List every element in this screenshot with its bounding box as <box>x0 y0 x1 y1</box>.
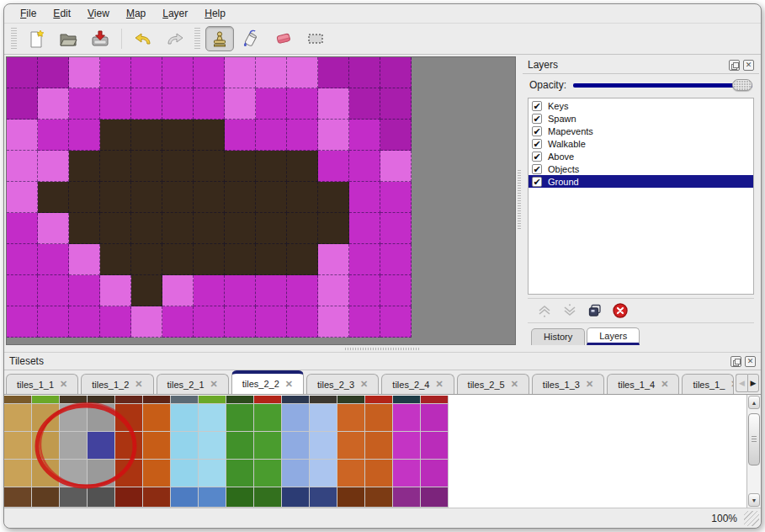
tileset-tile[interactable] <box>199 460 226 487</box>
map-tile[interactable] <box>100 182 131 213</box>
tileset-tile[interactable] <box>282 460 309 487</box>
map-tile[interactable] <box>131 213 162 244</box>
tileset-tile[interactable] <box>254 460 281 487</box>
tileset-tab-tiles_2_2[interactable]: tiles_2_2✕ <box>231 370 304 394</box>
tileset-tile[interactable] <box>421 460 448 487</box>
menu-file[interactable]: File <box>13 6 44 22</box>
map-tile[interactable] <box>287 57 318 88</box>
map-tile[interactable] <box>380 151 412 182</box>
toolbar-drag-handle[interactable] <box>194 28 200 50</box>
tileset-tile[interactable] <box>254 396 281 403</box>
tileset-tile[interactable] <box>365 460 392 487</box>
map-tile[interactable] <box>162 120 194 151</box>
tileset-tile[interactable] <box>337 396 364 403</box>
map-tile[interactable] <box>69 57 100 88</box>
tileset-tab-tiles_1_[interactable]: tiles_1_✕ <box>682 374 734 394</box>
map-tile[interactable] <box>380 57 412 88</box>
resize-grip[interactable] <box>744 511 759 526</box>
map-tile[interactable] <box>100 244 131 275</box>
map-tile[interactable] <box>318 275 349 306</box>
layer-row-spawn[interactable]: ✔Spawn <box>529 112 753 125</box>
map-tile[interactable] <box>349 306 380 338</box>
menu-help[interactable]: Help <box>197 6 233 22</box>
layer-row-above[interactable]: ✔Above <box>529 150 753 162</box>
map-tile[interactable] <box>162 244 194 275</box>
map-tile[interactable] <box>194 88 225 120</box>
layer-visibility-checkbox[interactable]: ✔ <box>532 126 542 136</box>
tab-close-icon[interactable]: ✕ <box>730 379 734 390</box>
map-tile[interactable] <box>69 151 100 182</box>
tileset-tile[interactable] <box>143 432 170 459</box>
tileset-tile[interactable] <box>199 396 226 403</box>
tileset-tile[interactable] <box>310 432 337 459</box>
tileset-tab-tiles_2_4[interactable]: tiles_2_4✕ <box>381 374 454 394</box>
map-tile[interactable] <box>100 151 131 182</box>
scrollbar-track[interactable] <box>747 410 761 492</box>
map-tile[interactable] <box>380 275 412 306</box>
map-tile[interactable] <box>287 244 318 275</box>
tileset-tile[interactable] <box>143 404 170 431</box>
map-tile[interactable] <box>287 151 318 182</box>
map-tile[interactable] <box>162 275 194 306</box>
map-tile[interactable] <box>69 88 100 120</box>
map-tile[interactable] <box>38 244 69 275</box>
tileset-tile[interactable] <box>171 460 198 487</box>
tileset-tile[interactable] <box>421 404 448 431</box>
tileset-tile[interactable] <box>4 396 31 403</box>
tileset-tab-tiles_1_2[interactable]: tiles_1_2✕ <box>81 374 153 394</box>
tileset-tile[interactable] <box>421 396 448 403</box>
opacity-slider[interactable] <box>573 78 752 92</box>
map-tile[interactable] <box>287 213 318 244</box>
map-tile[interactable] <box>318 151 349 182</box>
tab-close-icon[interactable]: ✕ <box>285 379 293 390</box>
tileset-tab-tiles_1_1[interactable]: tiles_1_1✕ <box>6 374 78 394</box>
tileset-tile[interactable] <box>226 487 253 507</box>
map-tile[interactable] <box>380 88 412 120</box>
map-tile[interactable] <box>225 151 256 182</box>
scroll-up-button[interactable]: ▲ <box>748 396 760 409</box>
map-tile[interactable] <box>256 151 287 182</box>
tileset-tab-tiles_2_3[interactable]: tiles_2_3✕ <box>306 374 379 394</box>
tileset-tab-tiles_1_4[interactable]: tiles_1_4✕ <box>607 374 679 394</box>
map-tile[interactable] <box>318 120 349 151</box>
map-tile[interactable] <box>194 306 225 338</box>
map-tile[interactable] <box>7 213 38 244</box>
tileset-tile[interactable] <box>310 487 337 507</box>
float-panel-icon[interactable] <box>729 60 740 71</box>
map-tile[interactable] <box>225 213 256 244</box>
tileset-tab-tiles_2_1[interactable]: tiles_2_1✕ <box>157 374 229 394</box>
tileset-tile[interactable] <box>421 487 448 507</box>
map-tile[interactable] <box>131 88 162 120</box>
map-tile[interactable] <box>194 57 225 88</box>
layer-visibility-checkbox[interactable]: ✔ <box>532 177 542 187</box>
map-tile[interactable] <box>194 275 225 306</box>
tileset-tile[interactable] <box>171 396 198 403</box>
map-tile[interactable] <box>100 306 131 338</box>
map-tile[interactable] <box>287 275 318 306</box>
map-tile[interactable] <box>69 120 100 151</box>
tileset-tile[interactable] <box>32 460 59 487</box>
close-panel-icon[interactable]: ✕ <box>743 60 754 71</box>
tileset-tile[interactable] <box>282 432 309 459</box>
map-tile[interactable] <box>194 120 225 151</box>
menu-map[interactable]: Map <box>119 6 153 22</box>
map-tile[interactable] <box>349 213 380 244</box>
map-tile[interactable] <box>162 182 194 213</box>
map-tile[interactable] <box>287 182 318 213</box>
map-tile[interactable] <box>194 213 225 244</box>
stamp-tool-button[interactable] <box>205 26 234 51</box>
tab-close-icon[interactable]: ✕ <box>586 379 593 390</box>
map-tile[interactable] <box>194 244 225 275</box>
map-tile[interactable] <box>318 57 349 88</box>
tab-close-icon[interactable]: ✕ <box>135 379 142 390</box>
tileset-tile[interactable] <box>88 460 114 487</box>
save-button[interactable] <box>86 26 114 51</box>
tileset-tile[interactable] <box>310 460 337 487</box>
tileset-tile[interactable] <box>143 396 170 403</box>
tileset-tile[interactable] <box>60 404 87 431</box>
map-tile[interactable] <box>7 275 38 306</box>
map-tile[interactable] <box>38 57 69 88</box>
tileset-tile[interactable] <box>365 432 392 459</box>
map-tile[interactable] <box>7 182 38 213</box>
tileset-tile[interactable] <box>337 432 364 459</box>
